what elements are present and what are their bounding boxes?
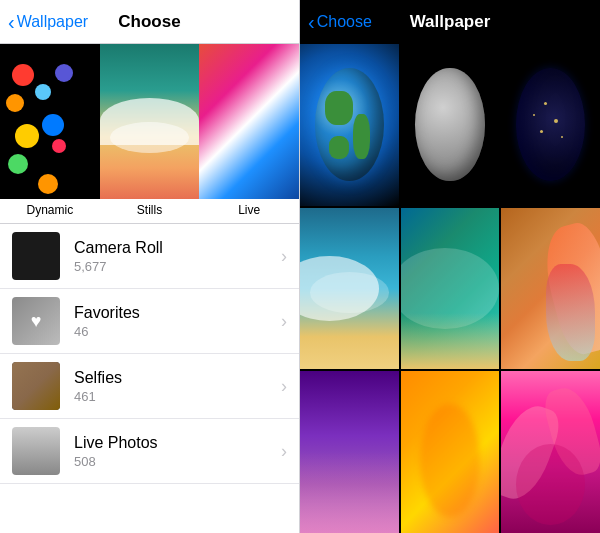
live-photos-thumb-bg (12, 427, 60, 475)
city-light1 (544, 102, 547, 105)
favorites-info: Favorites 46 (74, 304, 281, 339)
live-photos-thumb-container (12, 427, 60, 475)
favorites-chevron-icon: › (281, 311, 287, 332)
right-nav-bar: ‹ Choose Wallpaper (300, 0, 600, 44)
left-back-button[interactable]: ‹ Wallpaper (8, 12, 88, 32)
category-stills[interactable]: Stills (100, 44, 200, 223)
category-stills-thumb (100, 44, 200, 199)
library-item-selfies[interactable]: Selfies 461 › (0, 354, 299, 419)
orange-bg (401, 371, 500, 533)
dot-purple (55, 64, 73, 82)
grid-item-abstract1[interactable] (501, 208, 600, 370)
flower-bg (310, 452, 389, 533)
city-light5 (561, 136, 563, 138)
selfies-name: Selfies (74, 369, 281, 387)
grid-item-orange[interactable] (401, 371, 500, 533)
dot-yellow (15, 124, 39, 148)
selfies-thumb-container (12, 362, 60, 410)
right-back-label: Choose (317, 13, 372, 31)
wallpaper-grid (300, 44, 600, 533)
moon-sphere (415, 68, 484, 181)
dot-blue (42, 114, 64, 136)
live-photos-chevron-icon: › (281, 441, 287, 462)
right-chevron-left-icon: ‹ (308, 12, 315, 32)
live-bg (199, 44, 299, 199)
category-live[interactable]: Live (199, 44, 299, 223)
camera-roll-info: Camera Roll 5,677 (74, 239, 281, 274)
selfies-chevron-icon: › (281, 376, 287, 397)
dot-pink (52, 139, 66, 153)
left-back-label: Wallpaper (17, 13, 88, 31)
earth-bg (300, 44, 399, 206)
purple-bg (300, 371, 399, 533)
grid-item-ocean1[interactable] (300, 208, 399, 370)
left-nav-title: Choose (118, 12, 180, 32)
dot-orange (6, 94, 24, 112)
camera-roll-count: 5,677 (74, 259, 281, 274)
stills-bg (100, 44, 200, 199)
library-item-favorites[interactable]: ♥ Favorites 46 › (0, 289, 299, 354)
camera-roll-chevron-icon: › (281, 246, 287, 267)
selfies-info: Selfies 461 (74, 369, 281, 404)
grid-item-earth[interactable] (300, 44, 399, 206)
live-photos-info: Live Photos 508 (74, 434, 281, 469)
earth-land1 (325, 91, 353, 125)
category-live-thumb (199, 44, 299, 199)
category-live-label: Live (238, 199, 260, 223)
dot-green (8, 154, 28, 174)
ocean2-bg (401, 208, 500, 370)
wave-decoration2 (110, 122, 190, 153)
live-photos-count: 508 (74, 454, 281, 469)
wallpaper-categories: Dynamic Stills Live (0, 44, 299, 224)
earth-night-sphere (516, 68, 585, 181)
grid-item-purple[interactable] (300, 371, 399, 533)
category-dynamic-label: Dynamic (26, 199, 73, 223)
right-nav-title: Wallpaper (410, 12, 491, 32)
earth-sphere (315, 68, 384, 181)
live-photos-name: Live Photos (74, 434, 281, 452)
favorites-thumb-container: ♥ (12, 297, 60, 345)
category-dynamic-thumb (0, 44, 100, 199)
category-dynamic[interactable]: Dynamic (0, 44, 100, 223)
abstract-shape2 (546, 264, 595, 361)
category-stills-label: Stills (137, 199, 162, 223)
library-item-camera-roll[interactable]: Camera Roll 5,677 › (0, 224, 299, 289)
orange-glow (420, 404, 479, 517)
left-nav-bar: ‹ Wallpaper Choose (0, 0, 299, 44)
camera-thumb-bg (12, 232, 60, 280)
favorites-thumb-bg: ♥ (12, 297, 60, 345)
earth-land3 (329, 136, 350, 159)
pink-center (516, 444, 585, 525)
grid-item-pink[interactable] (501, 371, 600, 533)
grid-item-ocean2[interactable] (401, 208, 500, 370)
camera-roll-thumb (12, 232, 60, 280)
city-light3 (540, 130, 543, 133)
earth-land2 (353, 114, 370, 159)
city-light4 (533, 114, 535, 116)
left-panel: ‹ Wallpaper Choose Dynamic (0, 0, 300, 533)
grid-item-moon[interactable] (401, 44, 500, 206)
selfies-thumb-bg (12, 362, 60, 410)
chevron-left-icon: ‹ (8, 12, 15, 32)
dynamic-bg (0, 44, 100, 199)
heart-icon: ♥ (31, 311, 42, 332)
favorites-name: Favorites (74, 304, 281, 322)
earth-night-bg (501, 44, 600, 206)
dot-orange2 (38, 174, 58, 194)
camera-roll-name: Camera Roll (74, 239, 281, 257)
dot-red (12, 64, 34, 86)
dot-lightblue (35, 84, 51, 100)
city-light2 (554, 119, 558, 123)
right-panel: ‹ Choose Wallpaper (300, 0, 600, 533)
beach-gradient (401, 313, 500, 370)
library-item-live-photos[interactable]: Live Photos 508 › (0, 419, 299, 484)
right-back-button[interactable]: ‹ Choose (308, 12, 372, 32)
ocean1-bg (300, 208, 399, 370)
moon-bg (401, 44, 500, 206)
grid-item-earth-night[interactable] (501, 44, 600, 206)
library-list: Camera Roll 5,677 › ♥ Favorites 46 › (0, 224, 299, 533)
abstract1-bg (501, 208, 600, 370)
selfies-count: 461 (74, 389, 281, 404)
favorites-count: 46 (74, 324, 281, 339)
pink-bg (501, 371, 600, 533)
